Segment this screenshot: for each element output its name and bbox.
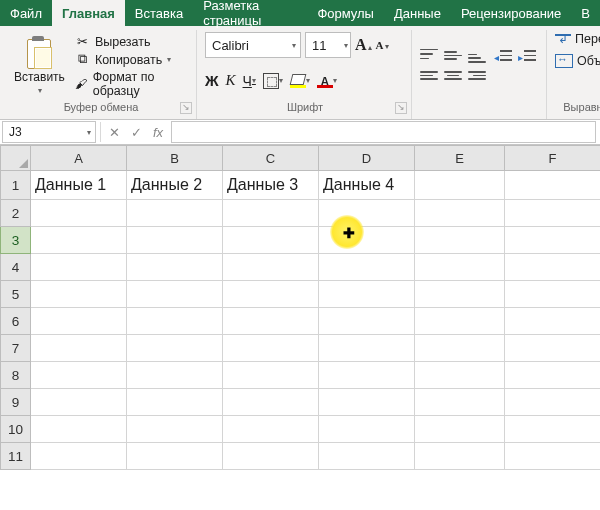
cancel-formula-button[interactable]: ✕ <box>103 125 125 140</box>
cell-F1[interactable] <box>505 171 601 200</box>
align-center-button[interactable] <box>444 69 462 83</box>
tab-data[interactable]: Данные <box>384 0 451 26</box>
borders-button[interactable]: ▾ <box>263 73 283 89</box>
cell-C9[interactable] <box>223 389 319 416</box>
row-header-7[interactable]: 7 <box>1 335 31 362</box>
align-right-button[interactable] <box>468 69 486 83</box>
insert-function-button[interactable]: fx <box>147 125 169 140</box>
cell-B8[interactable] <box>127 362 223 389</box>
col-header-A[interactable]: A <box>31 146 127 171</box>
cell-A10[interactable] <box>31 416 127 443</box>
cell-E5[interactable] <box>415 281 505 308</box>
font-name-select[interactable]: Calibri ▾ <box>205 32 301 58</box>
underline-button[interactable]: Ч▾ <box>243 73 256 89</box>
cell-C2[interactable] <box>223 200 319 227</box>
cell-D7[interactable] <box>319 335 415 362</box>
col-header-D[interactable]: D <box>319 146 415 171</box>
font-size-select[interactable]: 11 ▾ <box>305 32 351 58</box>
name-box[interactable]: J3 ▾ <box>2 121 96 143</box>
cell-E10[interactable] <box>415 416 505 443</box>
format-painter-button[interactable]: 🖌 Формат по образцу <box>75 70 190 98</box>
increase-font-button[interactable]: A▴ <box>355 36 372 54</box>
col-header-F[interactable]: F <box>505 146 601 171</box>
cell-E1[interactable] <box>415 171 505 200</box>
cell-C6[interactable] <box>223 308 319 335</box>
cell-B6[interactable] <box>127 308 223 335</box>
cell-D2[interactable] <box>319 200 415 227</box>
fill-color-button[interactable]: ▾ <box>290 74 310 88</box>
font-color-button[interactable]: А▾ <box>317 74 337 88</box>
cell-A8[interactable] <box>31 362 127 389</box>
cell-D3[interactable] <box>319 227 415 254</box>
merge-cells-button[interactable]: Объеди <box>555 54 600 68</box>
row-header-6[interactable]: 6 <box>1 308 31 335</box>
align-left-button[interactable] <box>420 69 438 83</box>
copy-button[interactable]: ⧉ Копировать ▾ <box>75 52 190 68</box>
cell-B9[interactable] <box>127 389 223 416</box>
cell-A1[interactable]: Данные 1 <box>31 171 127 200</box>
tab-file[interactable]: Файл <box>0 0 52 26</box>
cell-B3[interactable] <box>127 227 223 254</box>
cell-E4[interactable] <box>415 254 505 281</box>
cell-C8[interactable] <box>223 362 319 389</box>
align-middle-button[interactable] <box>444 49 462 63</box>
cell-C4[interactable] <box>223 254 319 281</box>
cell-B7[interactable] <box>127 335 223 362</box>
decrease-indent-button[interactable]: ◂ <box>494 49 512 63</box>
cell-C10[interactable] <box>223 416 319 443</box>
cell-D1[interactable]: Данные 4 <box>319 171 415 200</box>
cell-E7[interactable] <box>415 335 505 362</box>
cell-F10[interactable] <box>505 416 601 443</box>
cell-F4[interactable] <box>505 254 601 281</box>
col-header-E[interactable]: E <box>415 146 505 171</box>
cell-A7[interactable] <box>31 335 127 362</box>
cell-B1[interactable]: Данные 2 <box>127 171 223 200</box>
cell-F2[interactable] <box>505 200 601 227</box>
paste-button[interactable]: Вставить ▾ <box>12 32 67 99</box>
row-header-3[interactable]: 3 <box>1 227 31 254</box>
bold-button[interactable]: Ж <box>205 72 219 89</box>
cell-B4[interactable] <box>127 254 223 281</box>
row-header-9[interactable]: 9 <box>1 389 31 416</box>
cell-E11[interactable] <box>415 443 505 470</box>
enter-formula-button[interactable]: ✓ <box>125 125 147 140</box>
cell-E3[interactable] <box>415 227 505 254</box>
cell-C5[interactable] <box>223 281 319 308</box>
select-all-corner[interactable] <box>1 146 31 171</box>
cell-F8[interactable] <box>505 362 601 389</box>
row-header-10[interactable]: 10 <box>1 416 31 443</box>
tab-formulas[interactable]: Формулы <box>307 0 384 26</box>
row-header-11[interactable]: 11 <box>1 443 31 470</box>
cell-E8[interactable] <box>415 362 505 389</box>
align-top-button[interactable] <box>420 49 438 63</box>
cell-A11[interactable] <box>31 443 127 470</box>
cell-F11[interactable] <box>505 443 601 470</box>
cell-E2[interactable] <box>415 200 505 227</box>
cell-A4[interactable] <box>31 254 127 281</box>
cut-button[interactable]: ✂ Вырезать <box>75 34 190 50</box>
cell-F5[interactable] <box>505 281 601 308</box>
cell-D10[interactable] <box>319 416 415 443</box>
row-header-1[interactable]: 1 <box>1 171 31 200</box>
cell-E6[interactable] <box>415 308 505 335</box>
cell-A5[interactable] <box>31 281 127 308</box>
italic-button[interactable]: К <box>226 72 236 89</box>
cell-B5[interactable] <box>127 281 223 308</box>
cell-E9[interactable] <box>415 389 505 416</box>
cell-D9[interactable] <box>319 389 415 416</box>
dialog-launcher-icon[interactable]: ↘ <box>180 102 192 114</box>
tab-home[interactable]: Главная <box>52 0 125 26</box>
cell-D5[interactable] <box>319 281 415 308</box>
cell-A6[interactable] <box>31 308 127 335</box>
cell-D6[interactable] <box>319 308 415 335</box>
cell-F7[interactable] <box>505 335 601 362</box>
row-header-4[interactable]: 4 <box>1 254 31 281</box>
tab-insert[interactable]: Вставка <box>125 0 193 26</box>
cell-F9[interactable] <box>505 389 601 416</box>
tab-view-partial[interactable]: В <box>571 0 600 26</box>
cell-C7[interactable] <box>223 335 319 362</box>
cell-A3[interactable] <box>31 227 127 254</box>
cell-C3[interactable] <box>223 227 319 254</box>
tab-review[interactable]: Рецензирование <box>451 0 571 26</box>
row-header-2[interactable]: 2 <box>1 200 31 227</box>
